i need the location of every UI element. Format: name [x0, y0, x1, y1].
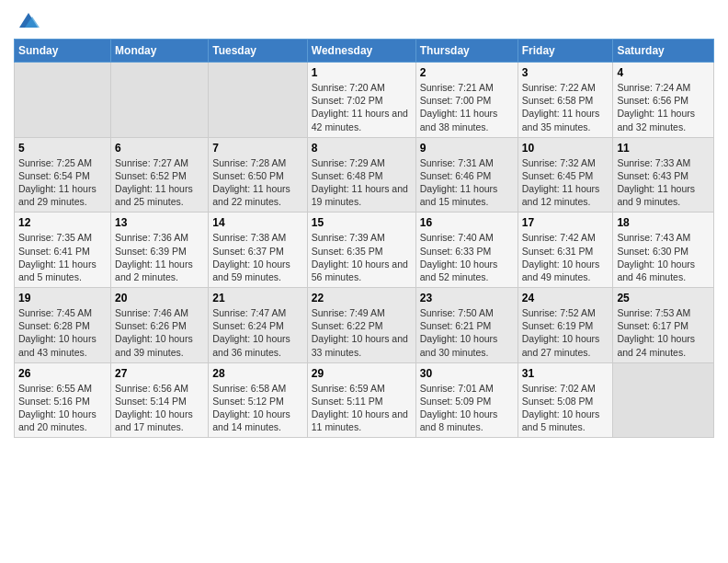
calendar-cell: 10Sunrise: 7:32 AMSunset: 6:45 PMDayligh… [518, 137, 613, 213]
calendar-page: SundayMondayTuesdayWednesdayThursdayFrid… [0, 0, 728, 563]
weekday-tuesday: Tuesday [209, 40, 308, 63]
day-number: 21 [212, 292, 303, 304]
calendar-cell: 21Sunrise: 7:47 AMSunset: 6:24 PMDayligh… [209, 288, 308, 363]
calendar-cell: 16Sunrise: 7:40 AMSunset: 6:33 PMDayligh… [415, 213, 518, 288]
day-number: 13 [115, 216, 204, 229]
calendar-cell: 20Sunrise: 7:46 AMSunset: 6:26 PMDayligh… [111, 288, 209, 363]
weekday-thursday: Thursday [415, 40, 518, 63]
day-info: Sunrise: 6:58 AMSunset: 5:12 PMDaylight:… [212, 382, 303, 434]
logo-icon [17, 9, 40, 31]
weekday-header-row: SundayMondayTuesdayWednesdayThursdayFrid… [15, 40, 714, 63]
day-info: Sunrise: 7:39 AMSunset: 6:35 PMDaylight:… [312, 231, 412, 283]
day-number: 26 [18, 367, 107, 380]
calendar-cell: 28Sunrise: 6:58 AMSunset: 5:12 PMDayligh… [209, 362, 308, 438]
calendar-cell: 23Sunrise: 7:50 AMSunset: 6:21 PMDayligh… [415, 288, 518, 363]
day-info: Sunrise: 7:47 AMSunset: 6:24 PMDaylight:… [212, 306, 303, 359]
day-info: Sunrise: 6:59 AMSunset: 5:11 PMDaylight:… [312, 382, 412, 434]
day-number: 27 [115, 367, 204, 380]
day-number: 15 [312, 216, 412, 229]
day-info: Sunrise: 7:02 AMSunset: 5:08 PMDaylight:… [522, 382, 609, 434]
calendar-cell: 17Sunrise: 7:42 AMSunset: 6:31 PMDayligh… [518, 213, 613, 288]
weekday-wednesday: Wednesday [307, 40, 415, 63]
day-info: Sunrise: 7:46 AMSunset: 6:26 PMDaylight:… [115, 306, 204, 359]
week-row-3: 19Sunrise: 7:45 AMSunset: 6:28 PMDayligh… [15, 288, 714, 363]
calendar-cell: 24Sunrise: 7:52 AMSunset: 6:19 PMDayligh… [518, 288, 613, 363]
calendar-cell: 26Sunrise: 6:55 AMSunset: 5:16 PMDayligh… [15, 362, 111, 438]
day-number: 24 [522, 292, 609, 304]
day-number: 4 [617, 66, 710, 79]
day-info: Sunrise: 7:20 AMSunset: 7:02 PMDaylight:… [312, 81, 412, 133]
day-number: 12 [18, 216, 107, 229]
day-number: 30 [420, 367, 514, 380]
day-info: Sunrise: 7:36 AMSunset: 6:39 PMDaylight:… [115, 231, 204, 283]
calendar-cell [111, 63, 209, 138]
calendar-cell: 12Sunrise: 7:35 AMSunset: 6:41 PMDayligh… [15, 213, 111, 288]
day-number: 17 [522, 216, 609, 229]
day-info: Sunrise: 7:24 AMSunset: 6:56 PMDaylight:… [617, 81, 710, 133]
calendar-cell [209, 63, 308, 138]
day-number: 16 [420, 216, 514, 229]
day-info: Sunrise: 7:53 AMSunset: 6:17 PMDaylight:… [617, 306, 710, 359]
header [14, 9, 714, 31]
calendar-cell: 2Sunrise: 7:21 AMSunset: 7:00 PMDaylight… [415, 63, 518, 138]
calendar-cell: 6Sunrise: 7:27 AMSunset: 6:52 PMDaylight… [111, 137, 209, 213]
day-info: Sunrise: 7:45 AMSunset: 6:28 PMDaylight:… [18, 306, 107, 359]
calendar-cell: 30Sunrise: 7:01 AMSunset: 5:09 PMDayligh… [415, 362, 518, 438]
calendar-cell [15, 63, 111, 138]
day-number: 14 [212, 216, 303, 229]
day-number: 22 [312, 292, 412, 304]
calendar-cell: 18Sunrise: 7:43 AMSunset: 6:30 PMDayligh… [613, 213, 714, 288]
day-number: 11 [617, 142, 710, 155]
day-number: 25 [617, 292, 710, 304]
weekday-monday: Monday [111, 40, 209, 63]
day-number: 20 [115, 292, 204, 304]
weekday-friday: Friday [518, 40, 613, 63]
day-info: Sunrise: 7:25 AMSunset: 6:54 PMDaylight:… [18, 156, 107, 209]
day-number: 10 [522, 142, 609, 155]
calendar-cell: 15Sunrise: 7:39 AMSunset: 6:35 PMDayligh… [307, 213, 415, 288]
calendar-cell: 13Sunrise: 7:36 AMSunset: 6:39 PMDayligh… [111, 213, 209, 288]
day-info: Sunrise: 7:50 AMSunset: 6:21 PMDaylight:… [420, 306, 514, 359]
day-number: 23 [420, 292, 514, 304]
day-info: Sunrise: 7:28 AMSunset: 6:50 PMDaylight:… [212, 156, 303, 209]
calendar-cell: 22Sunrise: 7:49 AMSunset: 6:22 PMDayligh… [307, 288, 415, 363]
calendar-cell: 7Sunrise: 7:28 AMSunset: 6:50 PMDaylight… [209, 137, 308, 213]
calendar-cell: 3Sunrise: 7:22 AMSunset: 6:58 PMDaylight… [518, 63, 613, 138]
calendar-cell: 1Sunrise: 7:20 AMSunset: 7:02 PMDaylight… [307, 63, 415, 138]
day-info: Sunrise: 7:27 AMSunset: 6:52 PMDaylight:… [115, 156, 204, 209]
calendar-cell: 29Sunrise: 6:59 AMSunset: 5:11 PMDayligh… [307, 362, 415, 438]
day-info: Sunrise: 7:29 AMSunset: 6:48 PMDaylight:… [312, 156, 412, 209]
weekday-saturday: Saturday [613, 40, 714, 63]
day-info: Sunrise: 7:21 AMSunset: 7:00 PMDaylight:… [420, 81, 514, 133]
day-number: 5 [18, 142, 107, 155]
day-number: 2 [420, 66, 514, 79]
day-info: Sunrise: 7:42 AMSunset: 6:31 PMDaylight:… [522, 231, 609, 283]
day-info: Sunrise: 6:55 AMSunset: 5:16 PMDaylight:… [18, 382, 107, 434]
day-info: Sunrise: 7:35 AMSunset: 6:41 PMDaylight:… [18, 231, 107, 283]
calendar-cell: 4Sunrise: 7:24 AMSunset: 6:56 PMDaylight… [613, 63, 714, 138]
calendar-cell: 25Sunrise: 7:53 AMSunset: 6:17 PMDayligh… [613, 288, 714, 363]
day-info: Sunrise: 7:40 AMSunset: 6:33 PMDaylight:… [420, 231, 514, 283]
week-row-0: 1Sunrise: 7:20 AMSunset: 7:02 PMDaylight… [15, 63, 714, 138]
day-info: Sunrise: 7:38 AMSunset: 6:37 PMDaylight:… [212, 231, 303, 283]
calendar-table: SundayMondayTuesdayWednesdayThursdayFrid… [14, 39, 714, 438]
day-info: Sunrise: 6:56 AMSunset: 5:14 PMDaylight:… [115, 382, 204, 434]
day-number: 1 [312, 66, 412, 79]
logo [14, 9, 40, 31]
calendar-cell: 14Sunrise: 7:38 AMSunset: 6:37 PMDayligh… [209, 213, 308, 288]
day-number: 29 [312, 367, 412, 380]
day-info: Sunrise: 7:31 AMSunset: 6:46 PMDaylight:… [420, 156, 514, 209]
calendar-cell: 5Sunrise: 7:25 AMSunset: 6:54 PMDaylight… [15, 137, 111, 213]
week-row-2: 12Sunrise: 7:35 AMSunset: 6:41 PMDayligh… [15, 213, 714, 288]
day-number: 6 [115, 142, 204, 155]
day-number: 8 [312, 142, 412, 155]
calendar-cell: 9Sunrise: 7:31 AMSunset: 6:46 PMDaylight… [415, 137, 518, 213]
day-info: Sunrise: 7:43 AMSunset: 6:30 PMDaylight:… [617, 231, 710, 283]
calendar-cell: 8Sunrise: 7:29 AMSunset: 6:48 PMDaylight… [307, 137, 415, 213]
calendar-cell: 31Sunrise: 7:02 AMSunset: 5:08 PMDayligh… [518, 362, 613, 438]
day-info: Sunrise: 7:33 AMSunset: 6:43 PMDaylight:… [617, 156, 710, 209]
day-number: 18 [617, 216, 710, 229]
day-info: Sunrise: 7:32 AMSunset: 6:45 PMDaylight:… [522, 156, 609, 209]
day-info: Sunrise: 7:01 AMSunset: 5:09 PMDaylight:… [420, 382, 514, 434]
day-number: 9 [420, 142, 514, 155]
